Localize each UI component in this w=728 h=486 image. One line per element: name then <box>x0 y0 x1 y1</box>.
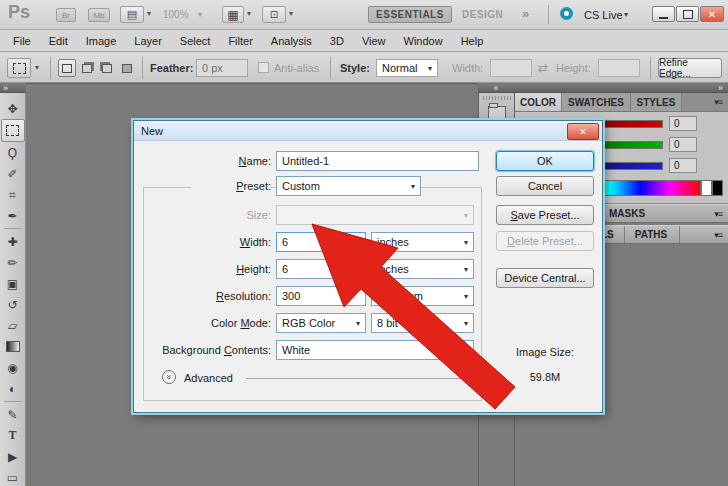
quick-selection-tool[interactable]: ✐ <box>2 163 24 184</box>
chevron-down-icon[interactable]: ▾ <box>624 10 628 19</box>
menu-filter[interactable]: Filter <box>219 32 261 50</box>
menu-image[interactable]: Image <box>77 32 126 50</box>
name-input[interactable]: Untitled-1 <box>276 151 479 171</box>
tab-paths[interactable]: PATHS <box>625 229 667 240</box>
antialias-checkbox[interactable] <box>258 62 269 73</box>
lasso-tool[interactable]: Ϙ <box>2 142 24 163</box>
style-label: Style: <box>340 62 370 74</box>
height-input[interactable]: 6 <box>276 259 366 279</box>
tab-styles[interactable]: STYLES <box>631 93 682 111</box>
swap-dimensions-icon[interactable]: ⇄ <box>538 61 548 75</box>
chevron-down-icon[interactable]: ▾ <box>147 9 151 18</box>
intersect-selection-mode-button[interactable] <box>118 59 136 77</box>
bit-depth-select[interactable]: 8 bit ▾ <box>371 313 474 333</box>
pen-tool[interactable]: ✎ <box>2 404 24 425</box>
workspace-overflow-icon[interactable]: » <box>522 6 529 21</box>
chevron-down-icon[interactable]: ▾ <box>247 9 251 18</box>
workspace-essentials-button[interactable]: ESSENTIALS <box>368 6 452 23</box>
add-selection-mode-button[interactable] <box>78 59 96 77</box>
spot-healing-brush-tool[interactable]: ✚ <box>2 231 24 252</box>
menu-window[interactable]: Window <box>395 32 452 50</box>
panel-menu-icon[interactable]: ▾≡ <box>714 209 728 219</box>
red-value-input[interactable]: 0 <box>669 116 697 131</box>
blur-tool[interactable]: ◉ <box>2 357 24 378</box>
gradient-tool[interactable] <box>2 336 24 357</box>
minimize-button[interactable] <box>652 6 675 22</box>
eyedropper-tool[interactable]: ✒ <box>2 205 24 226</box>
panel-menu-icon[interactable]: ▾≡ <box>714 230 728 240</box>
brush-tool[interactable]: ✏ <box>2 252 24 273</box>
toolbar-header[interactable]: » <box>0 83 26 93</box>
menu-layer[interactable]: Layer <box>125 32 171 50</box>
subtract-selection-mode-button[interactable] <box>98 59 116 77</box>
device-central-button[interactable]: Device Central... <box>496 268 594 288</box>
menu-file[interactable]: File <box>4 32 40 50</box>
color-mode-select[interactable]: RGB Color ▾ <box>276 313 366 333</box>
type-tool[interactable]: T <box>2 425 24 446</box>
menu-edit[interactable]: Edit <box>40 32 77 50</box>
width-input[interactable]: 6 <box>276 232 366 252</box>
move-tool[interactable]: ✥ <box>2 98 24 119</box>
constrain-height-input[interactable] <box>598 59 640 77</box>
green-value-input[interactable]: 0 <box>669 137 697 152</box>
feather-input[interactable]: 0 px <box>196 59 248 77</box>
crop-tool[interactable]: ⌗ <box>2 184 24 205</box>
rectangle-shape-tool[interactable]: ▭ <box>2 467 24 486</box>
dialog-titlebar[interactable]: New ✕ <box>134 121 602 141</box>
panel-dock-header[interactable]: » <box>514 83 728 93</box>
resolution-input[interactable]: 300 <box>276 286 366 306</box>
menu-view[interactable]: View <box>353 32 395 50</box>
path-selection-tool[interactable]: ▶ <box>2 446 24 467</box>
tab-color[interactable]: COLOR <box>515 93 562 111</box>
mini-bridge-button[interactable]: Mb <box>88 8 110 22</box>
save-preset-button[interactable]: Save Preset... <box>496 205 594 225</box>
delete-preset-button[interactable]: Delete Preset... <box>496 231 594 251</box>
folder-panel-icon[interactable] <box>488 106 506 119</box>
chevron-down-icon[interactable]: ▾ <box>289 9 293 18</box>
background-contents-select[interactable]: White ▾ <box>276 340 474 360</box>
new-selection-mode-button[interactable] <box>58 59 76 77</box>
history-brush-tool[interactable]: ↺ <box>2 294 24 315</box>
arrange-documents-icon[interactable]: ▦ <box>222 6 244 23</box>
resolution-unit-select[interactable]: pixels/cm ▾ <box>371 286 474 306</box>
constrain-width-input[interactable] <box>490 59 532 77</box>
panel-menu-icon[interactable]: ▾≡ <box>714 97 728 107</box>
menu-analysis[interactable]: Analysis <box>262 32 321 50</box>
refine-edge-button[interactable]: Refine Edge... <box>658 58 722 78</box>
clone-stamp-tool[interactable]: ▣ <box>2 273 24 294</box>
style-select[interactable]: Normal ▾ <box>376 59 438 77</box>
dodge-tool[interactable]: ◐ <box>2 378 24 399</box>
workspace-design-button[interactable]: DESIGN <box>462 9 503 20</box>
advanced-expander-button[interactable]: » <box>162 370 176 384</box>
restore-button[interactable] <box>676 6 699 22</box>
chevron-down-icon[interactable]: ▾ <box>35 63 39 72</box>
tab-swatches[interactable]: SWATCHES <box>562 93 631 111</box>
dialog-close-button[interactable]: ✕ <box>567 123 599 140</box>
height-unit-select[interactable]: inches ▾ <box>371 259 474 279</box>
menu-select[interactable]: Select <box>171 32 220 50</box>
marquee-icon <box>13 63 26 74</box>
view-extras-icon[interactable]: ▤ <box>120 6 144 23</box>
cancel-button[interactable]: Cancel <box>496 176 594 196</box>
rectangular-marquee-tool[interactable] <box>1 119 25 142</box>
black-swatch[interactable] <box>712 180 723 196</box>
size-select[interactable]: ▾ <box>276 205 474 225</box>
cs-live-menu[interactable]: CS Live <box>584 9 623 21</box>
close-button[interactable]: ✕ <box>700 6 724 22</box>
menu-3d[interactable]: 3D <box>321 32 353 50</box>
color-mode-label: Color Mode: <box>171 317 271 329</box>
menu-help[interactable]: Help <box>452 32 493 50</box>
bridge-button[interactable]: Br <box>56 8 76 22</box>
drag-handle[interactable] <box>483 96 511 100</box>
width-unit-select[interactable]: inches ▾ <box>371 232 474 252</box>
brush-icon: ✏ <box>7 256 17 270</box>
preset-select[interactable]: Custom ▾ <box>276 176 421 196</box>
screen-mode-icon[interactable]: ⊡ <box>262 6 286 23</box>
white-swatch[interactable] <box>701 180 712 196</box>
tool-preset-button[interactable] <box>7 58 31 78</box>
icon-dock-header[interactable]: « <box>478 83 514 93</box>
ok-button[interactable]: OK <box>496 151 594 171</box>
eraser-tool[interactable]: ▱ <box>2 315 24 336</box>
blue-value-input[interactable]: 0 <box>669 158 697 173</box>
zoom-level-field[interactable]: 100% <box>163 9 189 20</box>
